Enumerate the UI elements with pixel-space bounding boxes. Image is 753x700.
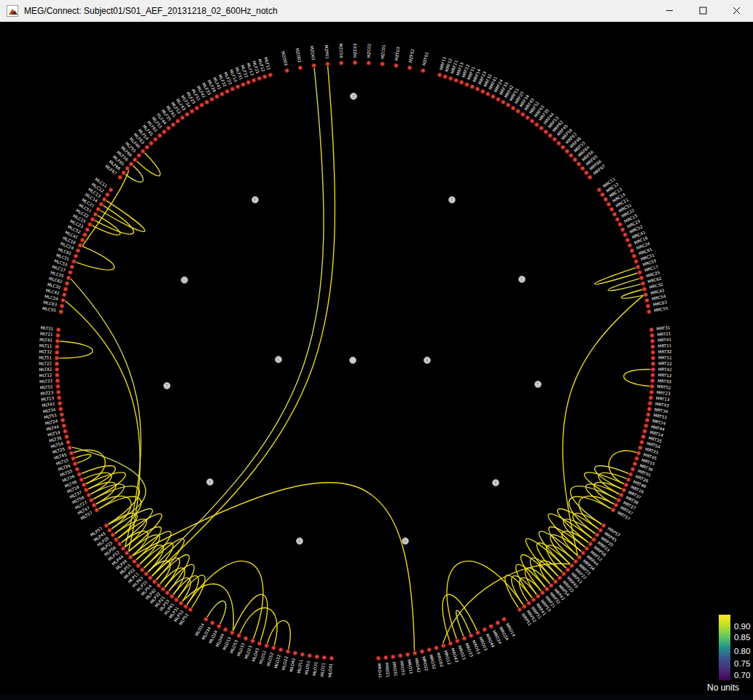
channel-node-MLP21[interactable] [165,591,169,594]
channel-node-MZO03[interactable] [285,69,289,72]
channel-node-MLT52[interactable] [56,384,60,388]
channel-node-MLO21[interactable] [322,656,326,659]
channel-node-MRO32[interactable] [427,648,431,651]
channel-node-MRO43[interactable] [448,642,452,645]
channel-node-MLP43[interactable] [144,572,148,575]
channel-node-MRF25[interactable] [511,106,515,110]
channel-node-MRF35[interactable] [535,122,539,126]
channel-node-MLF54[interactable] [149,141,153,145]
channel-node-MLP56[interactable] [118,542,122,545]
channel-node-MLC32[interactable] [63,287,67,291]
channel-node-MLO22[interactable] [286,650,289,653]
channel-node-MRC25[interactable] [639,276,643,280]
channel-node-MZC04[interactable] [340,61,343,65]
channel-node-MRP52[interactable] [523,604,526,608]
channel-node-MRC16[interactable] [628,244,631,247]
channel-node-MRO33[interactable] [462,637,466,640]
channel-node-MLO13[interactable] [230,631,234,634]
channel-node-MRF14[interactable] [470,85,474,88]
channel-node-MRT31[interactable] [649,328,653,332]
channel-node-MLO23[interactable] [251,639,254,642]
channel-node-MRC24[interactable] [630,249,633,252]
channel-node-MRC62[interactable] [641,281,644,285]
channel-node-MRT24[interactable] [645,419,649,422]
channel-node-MRT42[interactable] [651,368,655,371]
channel-node-MRO22[interactable] [420,650,424,653]
channel-node-MRC54[interactable] [645,298,649,302]
channel-node-MRO51[interactable] [399,654,402,658]
channel-node-MRF31[interactable] [465,82,469,86]
channel-node-MRP22[interactable] [570,564,574,567]
channel-node-MRC22[interactable] [615,217,619,221]
channel-node-MZC03[interactable] [353,61,356,64]
channel-node-MZF01[interactable] [421,69,425,72]
channel-node-MLF52[interactable] [181,116,184,120]
channel-node-MLF35[interactable] [171,122,175,126]
channel-node-MZC01[interactable] [381,62,384,66]
channel-node-MRF12[interactable] [443,75,447,79]
channel-node-MRF63[interactable] [561,145,565,149]
channel-node-MLF67[interactable] [118,176,122,179]
channel-node-MLT45[interactable] [69,451,73,455]
channel-node-MRF43[interactable] [521,112,525,116]
channel-node-MRT53[interactable] [647,413,650,416]
channel-node-MRF45[interactable] [553,137,556,141]
channel-node-MLF42[interactable] [205,100,208,104]
channel-node-MLT12[interactable] [55,373,59,377]
channel-node-MLP32[interactable] [161,587,165,591]
channel-node-MLO51[interactable] [308,654,311,658]
channel-node-MLT13[interactable] [57,396,61,400]
channel-node-MLT14[interactable] [63,429,67,433]
channel-node-MRC23[interactable] [621,228,625,231]
channel-node-MLP42[interactable] [157,583,160,587]
channel-node-MRC12[interactable] [601,192,604,196]
channel-node-MLO41[interactable] [329,656,333,660]
channel-node-MRF41[interactable] [486,92,490,96]
channel-node-MRF33[interactable] [496,98,500,101]
channel-node-MRF23[interactable] [475,87,479,90]
channel-node-MRF46[interactable] [565,149,569,153]
channel-node-MLP35[interactable] [111,533,114,537]
channel-node-MRO24[interactable] [489,624,493,628]
channel-node-MLP33[interactable] [149,576,152,580]
channel-node-MLF13[interactable] [252,79,256,82]
channel-node-MLC55[interactable] [59,310,63,314]
channel-node-MLT31[interactable] [57,328,61,332]
channel-node-MRO11[interactable] [406,653,410,656]
channel-node-MZC02[interactable] [367,61,370,65]
channel-node-MLO32[interactable] [279,648,283,651]
channel-node-MRP21[interactable] [541,591,545,594]
channel-node-MLC15[interactable] [88,222,92,226]
channel-node-MRT54[interactable] [640,440,644,444]
channel-node-MRC32[interactable] [642,287,646,291]
channel-node-MLP11[interactable] [140,568,144,572]
channel-node-MLC25[interactable] [66,276,70,280]
channel-node-MLT36[interactable] [73,462,77,465]
channel-node-MLF25[interactable] [195,106,198,110]
channel-node-MRT35[interactable] [641,435,645,438]
channel-node-MRC42[interactable] [644,293,647,297]
channel-node-MRT51[interactable] [651,356,655,359]
channel-node-MLF23[interactable] [230,87,234,90]
channel-node-MRF56[interactable] [577,162,580,166]
channel-node-MRP55[interactable] [574,559,577,563]
channel-node-MRP33[interactable] [558,576,561,580]
channel-node-MLF63[interactable] [145,145,149,149]
channel-node-MRT43[interactable] [648,402,652,405]
channel-node-MRF24[interactable] [491,95,495,98]
channel-node-MLC63[interactable] [60,304,63,308]
channel-node-MRT13[interactable] [649,396,652,400]
channel-node-MLF65[interactable] [125,166,129,170]
channel-node-MLF31[interactable] [241,82,245,86]
channel-node-MLT56[interactable] [87,493,90,497]
channel-node-MRP41[interactable] [531,598,535,602]
channel-node-MRC17[interactable] [638,271,641,274]
channel-node-MLT33[interactable] [55,379,59,383]
channel-node-MRT25[interactable] [639,446,642,449]
channel-node-MRO41[interactable] [376,656,380,660]
channel-node-MLC54[interactable] [61,298,65,302]
channel-node-MRO23[interactable] [456,639,459,642]
channel-node-MRC15[interactable] [618,222,622,226]
close-button[interactable] [719,0,753,22]
channel-node-MRP56[interactable] [588,542,592,545]
